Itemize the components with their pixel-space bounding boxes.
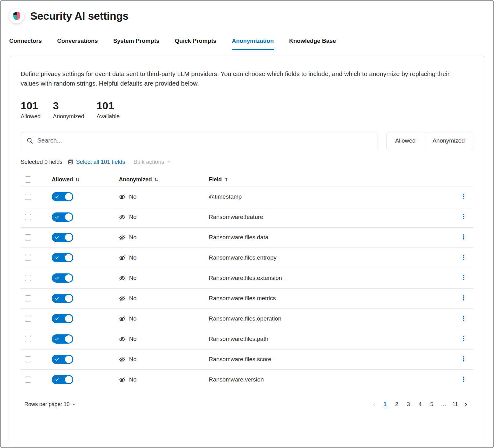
select-all-checkbox[interactable] (25, 176, 31, 183)
anonymized-value: No (129, 315, 136, 322)
row-actions-button[interactable] (460, 273, 467, 283)
filter-anonymized-button[interactable]: Anonymized (424, 132, 473, 149)
select-all-label: Select all 101 fields (76, 159, 125, 165)
pagination-page-3[interactable]: 3 (403, 399, 414, 410)
selected-count-text: Selected 0 fields (21, 159, 63, 165)
table-footer: Rows per page: 10 12345…11 (21, 399, 473, 410)
allowed-toggle[interactable] (52, 253, 73, 262)
row-checkbox[interactable] (25, 356, 31, 362)
row-checkbox[interactable] (25, 295, 31, 301)
boxes-vertical-icon (462, 356, 465, 362)
row-actions-button[interactable] (460, 294, 467, 303)
toggle-knob (65, 193, 72, 200)
rows-per-page-button[interactable]: Rows per page: 10 (24, 401, 76, 408)
row-checkbox[interactable] (25, 255, 31, 261)
pagination-page-4[interactable]: 4 (414, 399, 426, 410)
security-app-icon (9, 9, 24, 23)
pagination-page-5[interactable]: 5 (426, 399, 438, 410)
row-checkbox[interactable] (25, 234, 31, 240)
row-actions-button[interactable] (460, 253, 467, 262)
pagination-pages: 12345…11 (379, 399, 461, 410)
row-checkbox[interactable] (25, 214, 31, 220)
allowed-toggle[interactable] (52, 273, 73, 283)
allowed-toggle[interactable] (52, 212, 73, 222)
stat-allowed: 101 Allowed (21, 100, 41, 120)
tab-system-prompts[interactable]: System Prompts (113, 38, 160, 50)
search-input[interactable] (37, 137, 372, 144)
stat-anonymized-label: Anonymized (53, 113, 84, 120)
pagination-page-1[interactable]: 1 (379, 399, 391, 410)
pagination-next-button[interactable] (461, 400, 470, 409)
filter-group: Allowed Anonymized (387, 132, 473, 149)
table-row: No Ransomware.files.extension (21, 268, 473, 289)
eye-off-icon (119, 336, 125, 342)
tab-bar: ConnectorsConversationsSystem PromptsQui… (9, 38, 485, 50)
eye-off-icon (119, 356, 125, 363)
allowed-toggle[interactable] (52, 314, 73, 323)
bulk-actions-label: Bulk actions (133, 159, 164, 165)
allowed-toggle[interactable] (52, 375, 73, 384)
allowed-toggle[interactable] (52, 294, 73, 303)
table-row: No Ransomware.files.path (21, 329, 473, 349)
stat-anonymized: 3 Anonymized (53, 100, 84, 120)
sort-by-anonymized-button[interactable]: Anonymized (119, 176, 159, 183)
toggle-knob (65, 335, 72, 343)
check-icon (55, 195, 59, 199)
row-actions-button[interactable] (460, 212, 467, 222)
allowed-toggle[interactable] (52, 334, 73, 344)
app-header: Security AI settings (9, 9, 485, 23)
stat-allowed-value: 101 (21, 100, 41, 111)
stats-row: 101 Allowed 3 Anonymized 101 Available (21, 100, 473, 120)
allowed-toggle[interactable] (52, 233, 73, 242)
field-name: Ransomware.files.score (209, 356, 271, 363)
row-checkbox[interactable] (25, 336, 31, 342)
check-icon (55, 337, 59, 341)
filter-allowed-button[interactable]: Allowed (387, 132, 424, 149)
tab-anonymization[interactable]: Anonymization (232, 38, 274, 50)
check-icon (55, 276, 59, 280)
anonymization-panel: Define privacy settings for event data s… (9, 56, 485, 448)
anonymized-value: No (129, 275, 136, 281)
row-actions-button[interactable] (460, 375, 467, 384)
row-checkbox[interactable] (25, 194, 31, 200)
row-checkbox[interactable] (25, 275, 31, 281)
pagination-prev-button[interactable] (370, 400, 379, 409)
tab-conversations[interactable]: Conversations (57, 38, 98, 50)
row-actions-button[interactable] (460, 233, 467, 242)
sort-by-field-button[interactable]: Field (209, 176, 229, 183)
eye-off-icon (119, 275, 125, 281)
table-row: No Ransomware.files.score (21, 349, 473, 370)
boxes-vertical-icon (462, 295, 465, 301)
allowed-toggle[interactable] (52, 355, 73, 364)
row-checkbox[interactable] (25, 316, 31, 322)
row-actions-button[interactable] (460, 192, 467, 201)
row-checkbox[interactable] (25, 377, 31, 383)
boxes-vertical-icon (462, 336, 465, 341)
bulk-actions-button[interactable]: Bulk actions (133, 159, 171, 165)
stat-allowed-label: Allowed (21, 113, 41, 120)
eye-off-icon (119, 214, 125, 220)
eye-off-icon (119, 377, 125, 383)
search-icon (26, 137, 33, 144)
selection-row: Selected 0 fields Select all 101 fields … (21, 159, 473, 165)
sortable-icon (75, 177, 80, 182)
row-actions-button[interactable] (460, 314, 467, 323)
pagination-page-2[interactable]: 2 (391, 399, 403, 410)
sort-by-allowed-button[interactable]: Allowed (52, 176, 80, 183)
field-name: Ransomware.files.data (209, 234, 268, 241)
table-row: No Ransomware.files.operation (21, 309, 473, 329)
eye-off-icon (119, 295, 125, 302)
tab-connectors[interactable]: Connectors (9, 38, 42, 50)
select-all-link[interactable]: Select all 101 fields (67, 159, 125, 165)
anonymized-value: No (129, 336, 136, 342)
row-actions-button[interactable] (460, 355, 467, 364)
tab-quick-prompts[interactable]: Quick Prompts (175, 38, 217, 50)
check-icon (55, 357, 59, 361)
row-actions-button[interactable] (460, 334, 467, 344)
tab-knowledge-base[interactable]: Knowledge Base (289, 38, 336, 50)
boxes-vertical-icon (462, 234, 465, 240)
pagination-page-11[interactable]: 11 (449, 399, 461, 410)
allowed-toggle[interactable] (52, 192, 73, 201)
toggle-knob (65, 274, 72, 282)
stat-available: 101 Available (97, 100, 120, 120)
